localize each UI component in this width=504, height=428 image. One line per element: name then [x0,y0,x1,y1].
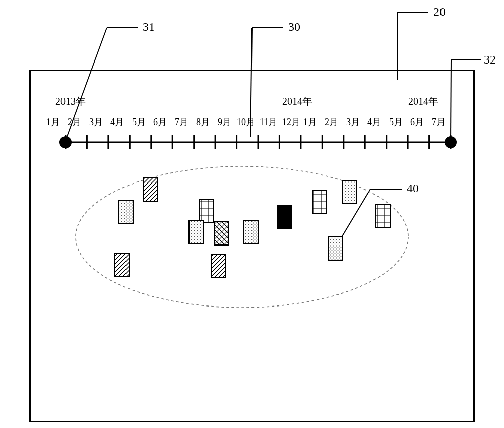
month-label: 11月 [260,116,277,128]
month-label: 6月 [410,116,424,128]
month-label: 9月 [218,116,231,128]
month-label: 4月 [367,116,381,128]
month-label: 7月 [432,116,446,128]
year-right: 2014年 [408,95,438,108]
callout-32: 32 [484,53,496,67]
month-label: 6月 [153,116,167,128]
year-left: 2013年 [55,95,86,108]
month-label: 7月 [175,116,188,128]
callout-31: 31 [143,20,155,34]
month-label: 1月 [303,116,317,128]
callout-30: 30 [288,20,300,34]
month-label: 12月 [282,116,300,128]
year-center: 2014年 [282,95,312,108]
diagram-stage: 31 30 20 32 40 2013年 2014年 2014年 1月 2月 3… [0,0,504,428]
month-label: 3月 [89,116,103,128]
month-label: 3月 [346,116,360,128]
callout-20: 20 [433,5,446,19]
month-label: 5月 [132,116,146,128]
month-label: 10月 [237,116,255,128]
month-label: 2月 [325,116,338,128]
months-row: 1月 2月 3月 4月 5月 6月 7月 8月 9月 10月 11月 12月 1… [46,116,465,128]
month-label: 2月 [68,116,81,128]
month-label: 4月 [110,116,124,128]
month-label: 5月 [389,116,403,128]
callout-40: 40 [407,181,419,195]
month-label: 1月 [46,116,60,128]
month-label: 8月 [196,116,210,128]
